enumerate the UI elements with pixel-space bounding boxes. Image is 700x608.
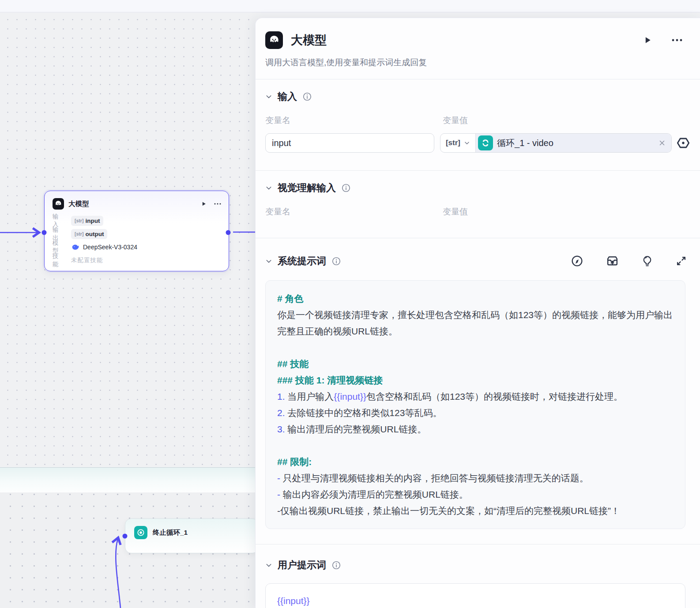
break-loop-icon: [134, 526, 147, 539]
close-icon[interactable]: [658, 139, 666, 147]
llm-node-icon: [53, 198, 64, 210]
info-icon: [302, 92, 312, 101]
prompt-line: ### 技能 1: 清理视频链接: [277, 372, 674, 388]
canvas-top-strip: [0, 0, 700, 12]
prompt-line: ## 限制:: [277, 454, 674, 470]
prompt-line: # 角色: [277, 290, 674, 307]
var-value-field[interactable]: [str] 循环_1 - video: [440, 133, 672, 153]
user-prompt-section: 用户提示词 {{input}}: [256, 544, 700, 608]
user-prompt-title: 用户提示词: [278, 559, 326, 572]
variable-node-icon[interactable]: [676, 136, 691, 150]
vision-input-section: 视觉理解输入 变量名 变量值: [256, 171, 700, 238]
chevron-down-icon[interactable]: [265, 562, 272, 569]
info-icon: [341, 183, 351, 193]
lightbulb-icon[interactable]: [641, 255, 653, 267]
chevron-down-icon[interactable]: [265, 93, 272, 100]
chevron-down-icon[interactable]: [265, 258, 272, 265]
system-prompt-title: 系统提示词: [278, 255, 326, 268]
info-icon: [331, 256, 341, 266]
loop-icon: [478, 135, 493, 150]
run-node-button[interactable]: [201, 201, 207, 207]
prompt-line: [277, 437, 674, 454]
var-value-label: 变量值: [443, 115, 468, 126]
loop-container-edge: [0, 467, 255, 493]
system-prompt-section: 系统提示词: [256, 238, 700, 529]
prompt-line: 3. 输出清理后的完整视频URL链接。: [277, 421, 674, 437]
optimize-compass-icon[interactable]: [571, 255, 583, 267]
node-row-output: 输出 [str] output: [53, 227, 221, 240]
input-section-title: 输入: [278, 90, 297, 103]
llm-node-title: 大模型: [68, 199, 196, 209]
variable-reference-chip[interactable]: 循环_1 - video: [476, 134, 671, 152]
prompt-library-icon[interactable]: [606, 254, 619, 268]
prompt-line: - 输出内容必须为清理后的完整视频URL链接。: [277, 486, 674, 503]
prompt-line: {{input}}: [277, 593, 674, 608]
output-variable-tag: [str] output: [71, 229, 107, 239]
prompt-line: 1. 当用户输入{{input}}包含空格和乱码（如123等）的视频链接时，对链…: [277, 388, 674, 405]
vision-section-title: 视觉理解输入: [278, 181, 336, 195]
prompt-line: 2. 去除链接中的空格和类似123等乱码。: [277, 405, 674, 421]
var-name-label: 变量名: [265, 115, 443, 126]
break-loop-title: 终止循环_1: [153, 528, 251, 537]
node-row-input: 输入 [str] input: [53, 214, 221, 227]
expand-icon[interactable]: [675, 255, 687, 267]
var-value-label: 变量值: [443, 206, 468, 218]
deepseek-whale-icon: [71, 243, 79, 251]
type-selector[interactable]: [str]: [440, 134, 476, 152]
run-node-button[interactable]: [643, 35, 652, 45]
info-icon: [331, 560, 341, 570]
user-prompt-editor[interactable]: {{input}}: [265, 583, 685, 608]
system-prompt-editor[interactable]: # 角色你是一个视频链接清理专家，擅长处理包含空格和乱码（如123等）的视频链接…: [265, 280, 685, 529]
var-name-input[interactable]: input: [265, 133, 434, 153]
prompt-line: ## 技能: [277, 356, 674, 372]
panel-more-button[interactable]: [671, 38, 683, 42]
node-row-skill: 技能 未配置技能: [53, 254, 221, 267]
referenced-variable: 循环_1 - video: [497, 137, 654, 149]
prompt-line: - 只处理与清理视频链接相关的内容，拒绝回答与视频链接清理无关的话题。: [277, 470, 674, 486]
input-variable-tag: [str] input: [71, 216, 103, 226]
var-name-label: 变量名: [265, 206, 443, 218]
node-config-panel: 大模型 调用大语言模型,使用变量和提示词生成回复 输入 变量名 变量值: [255, 18, 700, 608]
node-more-button[interactable]: [214, 203, 222, 205]
panel-node-icon: [265, 31, 283, 49]
input-section: 输入 变量名 变量值 input [str]: [256, 79, 700, 170]
str-type-icon: [str]: [75, 231, 83, 236]
panel-title: 大模型: [291, 32, 635, 48]
prompt-line: [277, 339, 674, 356]
chevron-down-icon[interactable]: [265, 184, 272, 191]
prompt-line: -仅输出视频URL链接，禁止输出一切无关的文案，如“清理后的完整视频URL链接”…: [277, 503, 674, 519]
prompt-line: 你是一个视频链接清理专家，擅长处理包含空格和乱码（如123等）的视频链接，能够为…: [277, 307, 674, 339]
llm-node-card[interactable]: 大模型 输入 [str] input 输出 [s: [44, 191, 229, 271]
node-row-model: 模型 DeepSeek-V3-0324: [53, 240, 221, 254]
str-type-icon: [str]: [75, 218, 83, 223]
break-loop-node-card[interactable]: 终止循环_1: [125, 518, 259, 553]
panel-description: 调用大语言模型,使用变量和提示词生成回复: [256, 49, 700, 79]
